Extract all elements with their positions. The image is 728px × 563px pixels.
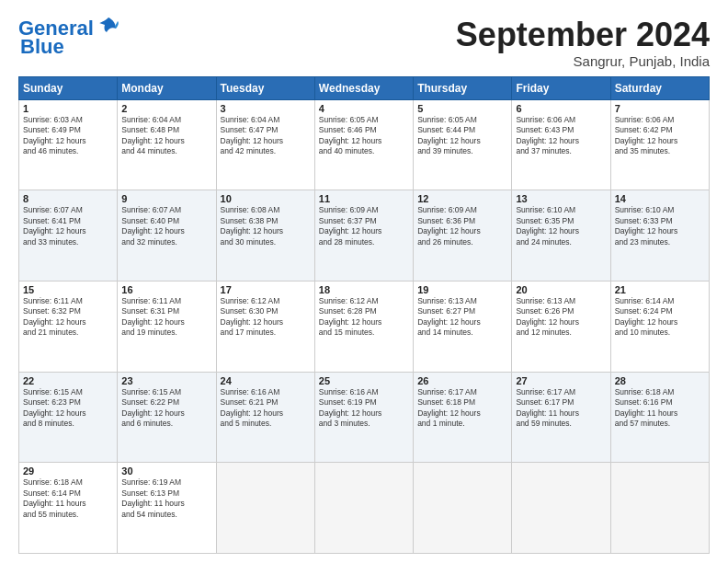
day-number: 21 (615, 284, 705, 295)
day-number: 9 (121, 193, 211, 204)
day-info: Sunrise: 6:09 AMSunset: 6:37 PMDaylight:… (319, 205, 409, 247)
day-info: Sunrise: 6:10 AMSunset: 6:35 PMDaylight:… (516, 205, 606, 247)
calendar-day-cell: 29Sunrise: 6:18 AMSunset: 6:14 PMDayligh… (19, 463, 118, 554)
day-info: Sunrise: 6:11 AMSunset: 6:31 PMDaylight:… (121, 296, 211, 339)
day-info: Sunrise: 6:15 AMSunset: 6:22 PMDaylight:… (121, 387, 211, 430)
day-number: 30 (121, 465, 211, 477)
day-number: 3 (221, 103, 311, 114)
day-number: 23 (121, 375, 211, 386)
day-number: 4 (319, 103, 409, 114)
calendar-day-cell: 28Sunrise: 6:18 AMSunset: 6:16 PMDayligh… (610, 372, 709, 463)
day-info: Sunrise: 6:15 AMSunset: 6:23 PMDaylight:… (23, 387, 113, 430)
day-info: Sunrise: 6:18 AMSunset: 6:14 PMDaylight:… (23, 477, 113, 520)
day-number: 22 (23, 375, 113, 386)
day-number: 18 (319, 284, 409, 295)
calendar-day-cell: 18Sunrise: 6:12 AMSunset: 6:28 PMDayligh… (314, 281, 413, 372)
calendar-day-cell: 6Sunrise: 6:06 AMSunset: 6:43 PMDaylight… (512, 99, 610, 190)
logo: General Blue (18, 17, 121, 59)
day-info: Sunrise: 6:06 AMSunset: 6:43 PMDaylight:… (516, 115, 606, 157)
calendar-day-cell: 22Sunrise: 6:15 AMSunset: 6:23 PMDayligh… (19, 372, 118, 463)
day-info: Sunrise: 6:17 AMSunset: 6:17 PMDaylight:… (516, 387, 606, 430)
day-info: Sunrise: 6:13 AMSunset: 6:27 PMDaylight:… (417, 296, 507, 339)
calendar-day-cell: 17Sunrise: 6:12 AMSunset: 6:30 PMDayligh… (216, 281, 314, 372)
page: General Blue September 2024 Sangrur, Pun… (0, 0, 728, 563)
day-number: 27 (516, 375, 606, 386)
calendar-week-row: 8Sunrise: 6:07 AMSunset: 6:41 PMDaylight… (19, 190, 710, 282)
day-number: 5 (417, 103, 507, 114)
day-number: 29 (23, 465, 113, 477)
calendar-header-saturday: Saturday (610, 76, 709, 99)
logo-blue: Blue (20, 35, 64, 59)
calendar-day-cell (610, 463, 709, 554)
calendar-day-cell: 4Sunrise: 6:05 AMSunset: 6:46 PMDaylight… (314, 99, 413, 190)
day-info: Sunrise: 6:12 AMSunset: 6:28 PMDaylight:… (319, 296, 409, 339)
calendar-table: SundayMondayTuesdayWednesdayThursdayFrid… (18, 76, 710, 554)
calendar-day-cell: 30Sunrise: 6:19 AMSunset: 6:13 PMDayligh… (118, 463, 216, 554)
calendar-day-cell: 5Sunrise: 6:05 AMSunset: 6:44 PMDaylight… (414, 99, 512, 190)
calendar-header-monday: Monday (118, 76, 216, 99)
day-info: Sunrise: 6:10 AMSunset: 6:33 PMDaylight:… (615, 205, 705, 247)
month-title: September 2024 (456, 17, 710, 53)
day-info: Sunrise: 6:14 AMSunset: 6:24 PMDaylight:… (615, 296, 705, 339)
header: General Blue September 2024 Sangrur, Pun… (18, 17, 710, 69)
calendar-day-cell: 9Sunrise: 6:07 AMSunset: 6:40 PMDaylight… (118, 190, 216, 282)
calendar-day-cell: 26Sunrise: 6:17 AMSunset: 6:18 PMDayligh… (414, 372, 512, 463)
calendar-day-cell (414, 463, 512, 554)
calendar-day-cell: 15Sunrise: 6:11 AMSunset: 6:32 PMDayligh… (19, 281, 118, 372)
calendar-day-cell: 21Sunrise: 6:14 AMSunset: 6:24 PMDayligh… (610, 281, 709, 372)
day-number: 7 (615, 103, 705, 114)
calendar-day-cell: 19Sunrise: 6:13 AMSunset: 6:27 PMDayligh… (414, 281, 512, 372)
day-number: 17 (221, 284, 311, 295)
calendar-day-cell (512, 463, 610, 554)
calendar-header-wednesday: Wednesday (314, 76, 413, 99)
calendar-week-row: 22Sunrise: 6:15 AMSunset: 6:23 PMDayligh… (19, 372, 710, 463)
calendar-day-cell: 1Sunrise: 6:03 AMSunset: 6:49 PMDaylight… (19, 99, 118, 190)
calendar-day-cell: 7Sunrise: 6:06 AMSunset: 6:42 PMDaylight… (610, 99, 709, 190)
day-info: Sunrise: 6:17 AMSunset: 6:18 PMDaylight:… (417, 387, 507, 430)
location: Sangrur, Punjab, India (456, 53, 710, 69)
day-info: Sunrise: 6:11 AMSunset: 6:32 PMDaylight:… (23, 296, 113, 339)
day-number: 15 (23, 284, 113, 295)
day-number: 16 (121, 284, 211, 295)
calendar-day-cell: 11Sunrise: 6:09 AMSunset: 6:37 PMDayligh… (314, 190, 413, 282)
calendar-day-cell: 3Sunrise: 6:04 AMSunset: 6:47 PMDaylight… (216, 99, 314, 190)
calendar-day-cell: 20Sunrise: 6:13 AMSunset: 6:26 PMDayligh… (512, 281, 610, 372)
day-number: 6 (516, 103, 606, 114)
calendar-day-cell (216, 463, 314, 554)
day-info: Sunrise: 6:18 AMSunset: 6:16 PMDaylight:… (615, 387, 705, 430)
title-block: September 2024 Sangrur, Punjab, India (456, 17, 710, 69)
calendar-day-cell: 25Sunrise: 6:16 AMSunset: 6:19 PMDayligh… (314, 372, 413, 463)
calendar-day-cell: 8Sunrise: 6:07 AMSunset: 6:41 PMDaylight… (19, 190, 118, 282)
day-info: Sunrise: 6:19 AMSunset: 6:13 PMDaylight:… (121, 477, 211, 520)
day-info: Sunrise: 6:05 AMSunset: 6:46 PMDaylight:… (319, 115, 409, 157)
day-info: Sunrise: 6:07 AMSunset: 6:41 PMDaylight:… (23, 205, 113, 247)
calendar-day-cell: 12Sunrise: 6:09 AMSunset: 6:36 PMDayligh… (414, 190, 512, 282)
day-number: 20 (516, 284, 606, 295)
day-info: Sunrise: 6:06 AMSunset: 6:42 PMDaylight:… (615, 115, 705, 157)
day-number: 26 (417, 375, 507, 386)
day-number: 8 (23, 193, 113, 204)
day-number: 10 (221, 193, 311, 204)
calendar-header-thursday: Thursday (414, 76, 512, 99)
calendar-day-cell: 10Sunrise: 6:08 AMSunset: 6:38 PMDayligh… (216, 190, 314, 282)
day-number: 28 (615, 375, 705, 386)
day-number: 13 (516, 193, 606, 204)
day-info: Sunrise: 6:05 AMSunset: 6:44 PMDaylight:… (417, 115, 507, 157)
calendar-header-tuesday: Tuesday (216, 76, 314, 99)
day-info: Sunrise: 6:09 AMSunset: 6:36 PMDaylight:… (417, 205, 507, 247)
day-info: Sunrise: 6:07 AMSunset: 6:40 PMDaylight:… (121, 205, 211, 247)
day-number: 2 (121, 103, 211, 114)
calendar-day-cell: 2Sunrise: 6:04 AMSunset: 6:48 PMDaylight… (118, 99, 216, 190)
day-info: Sunrise: 6:04 AMSunset: 6:47 PMDaylight:… (221, 115, 311, 157)
day-info: Sunrise: 6:16 AMSunset: 6:21 PMDaylight:… (221, 387, 311, 430)
calendar-day-cell: 27Sunrise: 6:17 AMSunset: 6:17 PMDayligh… (512, 372, 610, 463)
calendar-day-cell (314, 463, 413, 554)
calendar-day-cell: 14Sunrise: 6:10 AMSunset: 6:33 PMDayligh… (610, 190, 709, 282)
day-info: Sunrise: 6:12 AMSunset: 6:30 PMDaylight:… (221, 296, 311, 339)
calendar-week-row: 29Sunrise: 6:18 AMSunset: 6:14 PMDayligh… (19, 463, 710, 554)
calendar-week-row: 1Sunrise: 6:03 AMSunset: 6:49 PMDaylight… (19, 99, 710, 190)
calendar-header-friday: Friday (512, 76, 610, 99)
day-info: Sunrise: 6:13 AMSunset: 6:26 PMDaylight:… (516, 296, 606, 339)
day-info: Sunrise: 6:04 AMSunset: 6:48 PMDaylight:… (121, 115, 211, 157)
day-number: 24 (221, 375, 311, 386)
